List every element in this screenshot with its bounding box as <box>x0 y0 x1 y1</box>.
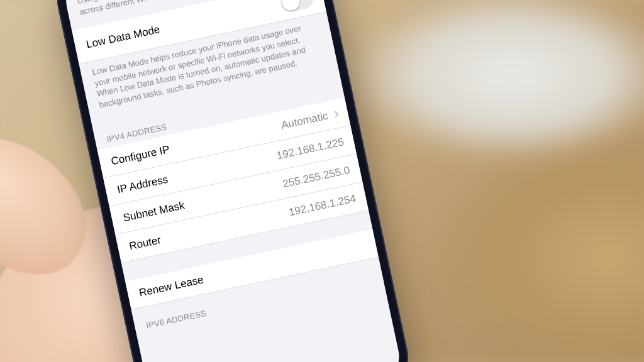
low-data-mode-toggle[interactable] <box>279 0 315 14</box>
configure-ip-label: Configure IP <box>110 143 171 168</box>
chevron-right-icon <box>332 111 339 118</box>
router-label: Router <box>128 234 162 253</box>
renew-lease-link[interactable]: Renew Lease <box>138 273 204 299</box>
low-data-mode-label: Low Data Mode <box>86 23 162 51</box>
subnet-mask-label: Subnet Mask <box>122 199 186 224</box>
ip-address-label: IP Address <box>116 173 169 196</box>
